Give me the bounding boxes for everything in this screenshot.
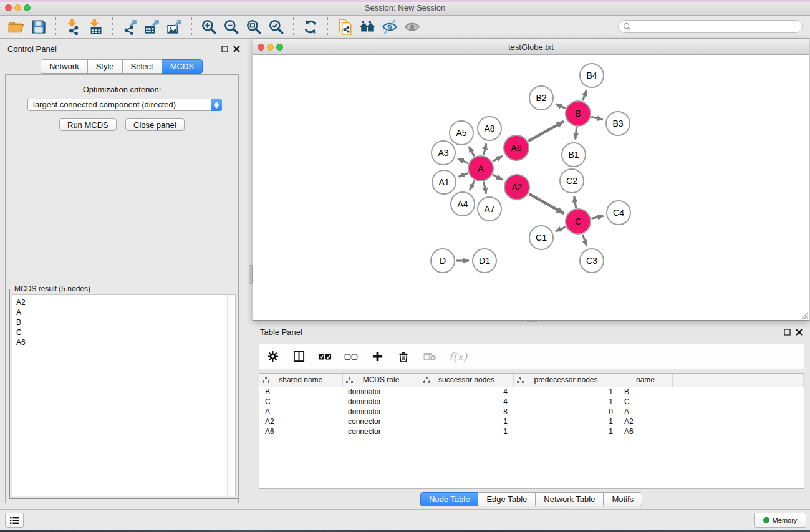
table-cell[interactable]: 1 <box>513 417 619 427</box>
graph-node-C2[interactable]: C2 <box>560 169 584 193</box>
table-cell[interactable]: A6 <box>619 427 672 437</box>
table-cell[interactable]: 8 <box>420 407 513 417</box>
zoom-selected-icon[interactable] <box>265 17 287 37</box>
deselect-all-icon[interactable] <box>344 350 358 364</box>
graph-node-A4[interactable]: A4 <box>451 192 475 216</box>
export-network-icon[interactable] <box>118 17 141 37</box>
zoom-in-icon[interactable] <box>198 17 220 37</box>
select-all-icon[interactable] <box>318 350 332 364</box>
graph-node-D[interactable]: D <box>431 249 455 273</box>
table-cell[interactable]: dominator <box>342 407 420 417</box>
table-cell[interactable]: 1 <box>420 417 513 427</box>
table-row[interactable]: Adominator80A <box>259 407 804 417</box>
add-row-icon[interactable] <box>370 350 384 364</box>
mcds-result-item[interactable]: A6 <box>12 337 235 347</box>
tab-motifs[interactable]: Motifs <box>603 492 642 506</box>
table-cell[interactable]: 1 <box>420 427 513 437</box>
tab-select[interactable]: Select <box>122 59 162 74</box>
table-cell[interactable]: 0 <box>513 407 619 417</box>
graph-node-B[interactable]: B <box>566 101 591 126</box>
column-header-shared-name[interactable]: shared name <box>259 374 342 387</box>
function-builder-icon[interactable]: f(x) <box>449 351 467 363</box>
tab-mcds[interactable]: MCDS <box>162 59 203 74</box>
tab-node-table[interactable]: Node Table <box>420 492 479 506</box>
home-icon[interactable] <box>356 17 378 37</box>
delete-row-icon[interactable] <box>397 350 410 364</box>
column-selector-icon[interactable] <box>292 350 306 364</box>
memory-status-button[interactable]: Memory <box>754 513 806 528</box>
tab-style[interactable]: Style <box>87 59 123 74</box>
graph-node-C1[interactable]: C1 <box>529 226 553 249</box>
graph-node-C3[interactable]: C3 <box>580 249 604 273</box>
graph-node-C4[interactable]: C4 <box>607 201 630 225</box>
table-cell[interactable]: B <box>619 387 672 397</box>
table-cell[interactable]: C <box>619 397 672 407</box>
table-cell[interactable]: A <box>619 407 672 417</box>
mcds-result-item[interactable]: B <box>12 317 235 327</box>
settings-gear-icon[interactable] <box>266 350 279 364</box>
table-cell[interactable]: connector <box>342 427 420 437</box>
table-cell[interactable]: dominator <box>342 387 420 397</box>
float-panel-icon[interactable] <box>784 329 791 336</box>
graph-node-B4[interactable]: B4 <box>580 64 604 87</box>
graph-node-B2[interactable]: B2 <box>529 86 553 110</box>
column-header-MCDS-role[interactable]: MCDS role <box>342 374 420 387</box>
zoom-fit-icon[interactable] <box>243 17 265 37</box>
zoom-out-icon[interactable] <box>220 17 243 37</box>
table-cell[interactable]: connector <box>342 417 420 427</box>
table-cell[interactable]: 4 <box>420 387 513 397</box>
graph-node-C[interactable]: C <box>566 209 591 234</box>
mcds-result-list[interactable]: A2ABCA6 <box>12 294 236 496</box>
graph-node-A6[interactable]: A6 <box>504 135 529 160</box>
export-image-icon[interactable] <box>163 17 186 37</box>
table-cell[interactable]: C <box>259 397 342 407</box>
column-header-name[interactable]: name <box>619 374 672 387</box>
network-canvas[interactable]: B4B2BB3A5A8A6B1A3AC2A1A2A4A7C4CC1C3DD1 <box>253 55 809 320</box>
import-table-icon[interactable] <box>84 17 107 37</box>
table-cell[interactable]: 1 <box>513 387 619 397</box>
close-panel-icon[interactable] <box>796 329 803 336</box>
tab-network[interactable]: Network <box>41 59 88 74</box>
scrollbar-track[interactable] <box>227 295 235 496</box>
close-panel-button[interactable]: Close panel <box>125 118 185 131</box>
table-cell[interactable]: B <box>259 387 342 397</box>
refresh-icon[interactable] <box>299 17 322 37</box>
graph-node-A3[interactable]: A3 <box>432 141 455 165</box>
table-cell[interactable]: A2 <box>259 417 342 427</box>
new-network-from-file-icon[interactable] <box>334 17 356 37</box>
mcds-result-item[interactable]: A2 <box>12 297 235 307</box>
task-history-button[interactable] <box>5 513 24 528</box>
table-row[interactable]: Cdominator41C <box>259 397 804 407</box>
import-network-icon[interactable] <box>62 17 84 37</box>
table-row[interactable]: Bdominator41B <box>259 387 804 397</box>
close-panel-icon[interactable] <box>233 46 240 52</box>
open-session-icon[interactable] <box>5 17 27 37</box>
show-graphics-details-icon[interactable] <box>401 17 423 37</box>
graph-node-B3[interactable]: B3 <box>606 112 630 135</box>
table-cell[interactable]: A6 <box>259 427 342 437</box>
graph-node-D1[interactable]: D1 <box>473 249 496 273</box>
graph-node-A1[interactable]: A1 <box>432 170 456 194</box>
tab-edge-table[interactable]: Edge Table <box>478 492 536 506</box>
search-input[interactable] <box>631 22 798 31</box>
graph-node-A8[interactable]: A8 <box>478 117 501 140</box>
window-resize-grip[interactable] <box>799 311 808 319</box>
network-window-titlebar[interactable]: testGlobe.txt <box>253 39 809 55</box>
float-panel-icon[interactable] <box>221 46 228 52</box>
delete-table-icon[interactable] <box>423 350 436 364</box>
table-row[interactable]: A6connector11A6 <box>259 427 804 437</box>
graph-node-A5[interactable]: A5 <box>450 121 473 145</box>
table-cell[interactable]: 1 <box>513 397 619 407</box>
table-cell[interactable]: A2 <box>619 417 672 427</box>
run-mcds-button[interactable]: Run MCDS <box>59 118 117 131</box>
column-header-successor-nodes[interactable]: successor nodes <box>420 374 513 387</box>
table-cell[interactable]: dominator <box>342 397 420 407</box>
graph-node-A7[interactable]: A7 <box>478 197 501 221</box>
mcds-result-item[interactable]: A <box>12 307 235 317</box>
table-cell[interactable]: A <box>259 407 342 417</box>
hide-graphics-details-icon[interactable] <box>378 17 401 37</box>
table-cell[interactable]: 4 <box>420 397 513 407</box>
graph-node-A2[interactable]: A2 <box>504 175 529 200</box>
export-table-icon[interactable] <box>141 17 163 37</box>
table-cell[interactable]: 1 <box>513 427 619 437</box>
